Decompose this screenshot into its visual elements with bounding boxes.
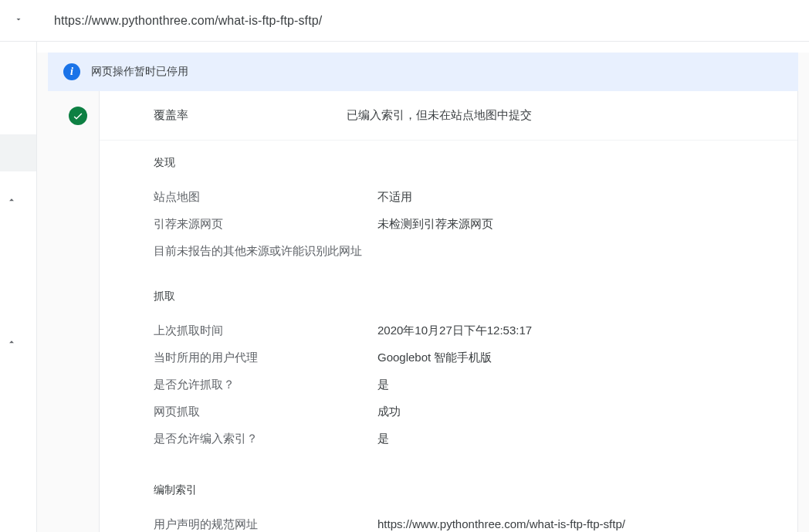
coverage-header[interactable]: 覆盖率 已编入索引，但未在站点地图中提交	[100, 91, 797, 141]
row-user-agent: 当时所用的用户代理 Googlebot 智能手机版	[154, 344, 774, 371]
sidebar	[0, 42, 37, 532]
sidebar-active-item[interactable]	[0, 134, 36, 171]
row-last-crawl: 上次抓取时间 2020年10月27日下午12:53:17	[154, 317, 774, 344]
coverage-panel: 覆盖率 已编入索引，但未在站点地图中提交 发现 站点地图 不适用 引荐来源网页 …	[99, 91, 798, 532]
row-sitemap: 站点地图 不适用	[154, 184, 774, 211]
url-inspect-bar: https://www.pythonthree.com/what-is-ftp-…	[0, 0, 809, 42]
check-icon	[69, 107, 87, 125]
label-referrer: 引荐来源网页	[154, 217, 377, 232]
label-page-fetch: 网页抓取	[154, 405, 377, 419]
label-user-agent: 当时所用的用户代理	[154, 351, 377, 365]
discovery-note: 目前未报告的其他来源或许能识别此网址	[154, 238, 774, 274]
inspected-url[interactable]: https://www.pythonthree.com/what-is-ftp-…	[54, 14, 322, 28]
indexing-title: 编制索引	[154, 483, 774, 497]
value-referrer: 未检测到引荐来源网页	[377, 217, 493, 232]
sidebar-collapse-2[interactable]	[0, 329, 36, 355]
value-canonical: https://www.pythonthree.com/what-is-ftp-…	[377, 517, 625, 532]
value-sitemap: 不适用	[377, 190, 412, 205]
value-crawl-allowed: 是	[377, 378, 389, 392]
info-icon: i	[63, 63, 80, 80]
row-referrer: 引荐来源网页 未检测到引荐来源网页	[154, 211, 774, 238]
row-canonical: 用户声明的规范网址 https://www.pythonthree.com/wh…	[154, 511, 774, 532]
row-page-fetch: 网页抓取 成功	[154, 398, 774, 425]
label-canonical: 用户声明的规范网址	[154, 517, 377, 532]
coverage-label: 覆盖率	[154, 108, 188, 121]
discovery-title: 发现	[154, 156, 774, 170]
label-sitemap: 站点地图	[154, 190, 377, 205]
row-crawl-allowed: 是否允许抓取？ 是	[154, 371, 774, 398]
value-page-fetch: 成功	[377, 405, 401, 419]
info-banner: i 网页操作暂时已停用	[48, 53, 798, 91]
sidebar-collapse-1[interactable]	[0, 187, 36, 213]
label-index-allowed: 是否允许编入索引？	[154, 432, 377, 446]
value-index-allowed: 是	[377, 432, 389, 446]
main-content: i 网页操作暂时已停用 覆盖率 已编入索引，但未在站点地图中提交 发现 站点地图…	[37, 53, 809, 532]
value-user-agent: Googlebot 智能手机版	[377, 351, 492, 365]
crawl-section: 抓取 上次抓取时间 2020年10月27日下午12:53:17 当时所用的用户代…	[100, 274, 797, 468]
crawl-title: 抓取	[154, 290, 774, 303]
label-crawl-allowed: 是否允许抓取？	[154, 378, 377, 392]
value-last-crawl: 2020年10月27日下午12:53:17	[377, 324, 532, 338]
info-banner-text: 网页操作暂时已停用	[91, 65, 188, 79]
discovery-section: 发现 站点地图 不适用 引荐来源网页 未检测到引荐来源网页 目前未报告的其他来源…	[100, 141, 797, 274]
indexing-section: 编制索引 用户声明的规范网址 https://www.pythonthree.c…	[100, 468, 797, 532]
label-last-crawl: 上次抓取时间	[154, 324, 377, 338]
row-index-allowed: 是否允许编入索引？ 是	[154, 425, 774, 452]
property-dropdown[interactable]	[14, 14, 23, 26]
coverage-status: 已编入索引，但未在站点地图中提交	[347, 108, 532, 123]
